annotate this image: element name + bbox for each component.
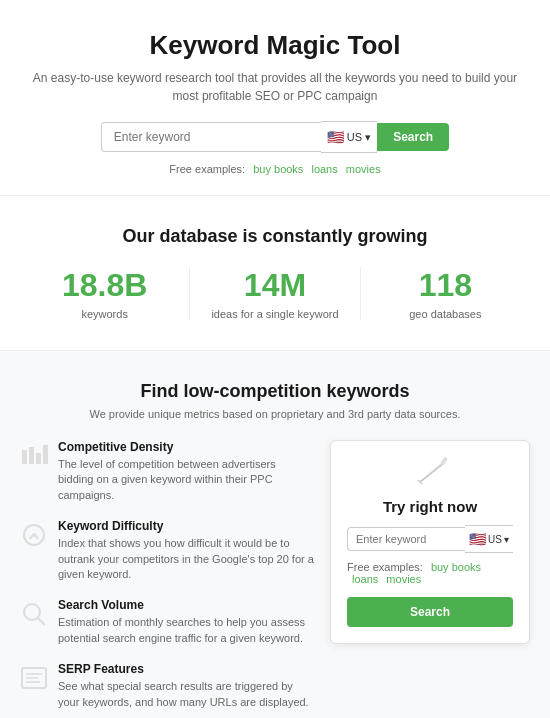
stat-geo-number: 118 [381,267,510,304]
try-widget-search-bar: 🇺🇸 US ▾ [347,525,513,553]
hero-search-button[interactable]: Search [377,123,449,151]
stat-keywords: 18.8B keywords [20,267,189,320]
svg-point-6 [24,604,40,620]
feature-competitive-density-title: Competitive Density [58,440,314,454]
svg-rect-0 [22,450,27,464]
pencil-decoration [347,457,513,490]
free-examples-label: Free examples: [169,163,245,175]
stats-heading: Our database is constantly growing [20,226,530,247]
feature-serp-title: SERP Features [58,662,314,676]
stat-geo: 118 geo databases [360,267,530,320]
try-example-movies[interactable]: movies [386,573,421,585]
stats-section: Our database is constantly growing 18.8B… [0,196,550,351]
try-free-examples-label: Free examples: [347,561,423,573]
try-example-loans[interactable]: loans [352,573,378,585]
keyword-difficulty-icon [20,521,48,549]
feature-keyword-difficulty-desc: Index that shows you how difficult it wo… [58,536,314,582]
feature-serp-text: SERP Features See what special search re… [58,662,314,710]
serp-features-icon [20,664,48,692]
us-flag-icon: 🇺🇸 [327,129,344,145]
svg-rect-3 [43,445,48,464]
hero-subtitle: An easy-to-use keyword research tool tha… [20,69,530,105]
hero-search-bar: 🇺🇸 US ▾ Search [20,121,530,153]
try-us-flag-icon: 🇺🇸 [469,531,486,547]
feature-search-volume: Search Volume Estimation of monthly sear… [20,598,314,646]
svg-line-12 [420,462,445,482]
svg-rect-1 [29,447,34,464]
feature-keyword-difficulty-title: Keyword Difficulty [58,519,314,533]
try-chevron-down-icon: ▾ [504,534,509,545]
competitive-density-icon [20,442,48,470]
try-widget-country-selector[interactable]: 🇺🇸 US ▾ [465,525,513,553]
svg-rect-2 [36,453,41,464]
feature-serp-desc: See what special search results are trig… [58,679,314,710]
feature-keyword-difficulty-text: Keyword Difficulty Index that shows you … [58,519,314,582]
try-widget-search-input[interactable] [347,527,465,551]
features-list: Competitive Density The level of competi… [20,440,314,718]
svg-point-5 [32,533,36,537]
search-volume-icon [20,600,48,628]
features-heading: Find low-competition keywords [20,381,530,402]
stat-geo-label: geo databases [381,308,510,320]
chevron-down-icon: ▾ [365,131,371,144]
feature-search-volume-desc: Estimation of monthly searches to help y… [58,615,314,646]
stat-keywords-number: 18.8B [40,267,169,304]
stat-keywords-label: keywords [40,308,169,320]
hero-title: Keyword Magic Tool [20,30,530,61]
stat-ideas-label: ideas for a single keyword [210,308,339,320]
try-widget-title: Try right now [347,498,513,515]
feature-competitive-density-text: Competitive Density The level of competi… [58,440,314,503]
feature-search-volume-text: Search Volume Estimation of monthly sear… [58,598,314,646]
stat-ideas: 14M ideas for a single keyword [189,267,359,320]
country-label: US [347,131,362,143]
try-country-label: US [488,534,502,545]
stat-ideas-number: 14M [210,267,339,304]
hero-section: Keyword Magic Tool An easy-to-use keywor… [0,0,550,196]
features-subtitle: We provide unique metrics based on propr… [20,408,530,420]
hero-country-selector[interactable]: 🇺🇸 US ▾ [321,121,377,153]
features-content: Competitive Density The level of competi… [20,440,530,718]
stats-row: 18.8B keywords 14M ideas for a single ke… [20,267,530,320]
feature-search-volume-title: Search Volume [58,598,314,612]
try-widget-search-button[interactable]: Search [347,597,513,627]
try-example-buy-books[interactable]: buy books [431,561,481,573]
hero-free-examples: Free examples: buy books loans movies [20,163,530,175]
hero-search-input[interactable] [101,122,321,152]
features-section: Find low-competition keywords We provide… [0,351,550,718]
feature-competitive-density-desc: The level of competition between adverti… [58,457,314,503]
try-widget-free-examples: Free examples: buy books loans movies [347,561,513,585]
feature-competitive-density: Competitive Density The level of competi… [20,440,314,503]
feature-serp: SERP Features See what special search re… [20,662,314,710]
example-buy-books[interactable]: buy books [253,163,303,175]
svg-line-7 [38,618,45,625]
try-right-now-widget: Try right now 🇺🇸 US ▾ Free examples: buy… [330,440,530,644]
feature-keyword-difficulty: Keyword Difficulty Index that shows you … [20,519,314,582]
example-movies[interactable]: movies [346,163,381,175]
example-loans[interactable]: loans [311,163,337,175]
